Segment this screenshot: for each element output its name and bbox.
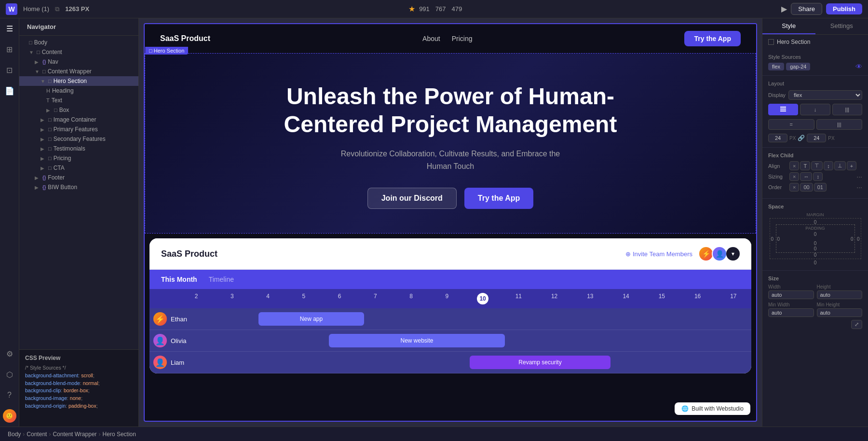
breadcrumb-content-wrapper[interactable]: Content Wrapper xyxy=(53,431,96,438)
min-width-input[interactable] xyxy=(768,308,814,317)
align-bot-btn[interactable]: ⊥ xyxy=(834,161,846,170)
play-button[interactable]: ▶ xyxy=(781,4,787,14)
arrow-icon: ▼ xyxy=(29,50,35,55)
margin-bottom-val[interactable]: 0 xyxy=(814,252,817,258)
share-button[interactable]: Share xyxy=(791,3,822,15)
pad-left[interactable]: 0 xyxy=(777,236,780,242)
tree-item-box[interactable]: ▶ □ Box xyxy=(19,105,138,115)
icon-components[interactable]: ⊞ xyxy=(4,43,14,56)
order-1-btn[interactable]: 01 xyxy=(814,183,827,192)
display-select[interactable]: flex block grid xyxy=(788,90,862,100)
nav-cta-button[interactable]: Try the App xyxy=(684,31,741,46)
ethan-task-bar: New app xyxy=(258,312,364,326)
link-icon[interactable]: 🔗 xyxy=(798,135,805,141)
margin-left-val[interactable]: 0 xyxy=(771,236,774,241)
order-x-btn[interactable]: × xyxy=(789,183,799,192)
tree-item-secondary-features[interactable]: ▶ □ Secondary Features xyxy=(19,134,138,144)
liam-task-bar: Revamp security xyxy=(470,356,610,369)
align-plus-btn[interactable]: + xyxy=(847,161,856,170)
topbar-home[interactable]: Home (1) xyxy=(23,5,49,13)
comp-icon: {} xyxy=(42,59,46,65)
center-pad-val[interactable]: 0 xyxy=(777,246,854,251)
align-x-btn[interactable]: × xyxy=(789,161,799,170)
gap-input-1[interactable] xyxy=(768,134,787,142)
tree-item-nav[interactable]: ▶ {} Nav xyxy=(19,57,138,67)
icon-assets[interactable]: ⊡ xyxy=(4,64,14,77)
tree-item-body[interactable]: □ Body xyxy=(19,38,138,47)
gap-tag[interactable]: gap-24 xyxy=(786,63,810,70)
align-center-btn[interactable]: ||| xyxy=(816,119,863,130)
topbar-center: ★ 991 767 479 xyxy=(95,4,775,14)
tab-this-month[interactable]: This Month xyxy=(161,276,197,283)
pad-right[interactable]: 0 xyxy=(851,236,854,242)
icon-plugins[interactable]: ⬡ xyxy=(4,368,15,381)
flex-wrap-btn[interactable]: ||| xyxy=(832,104,862,115)
icon-user-avatar[interactable]: 🙂 xyxy=(3,409,16,423)
tree-item-text[interactable]: T Text xyxy=(19,96,138,105)
day-9: 9 xyxy=(429,293,465,304)
sizing-v-btn[interactable]: ↕ xyxy=(813,172,823,181)
margin-right-val[interactable]: 0 xyxy=(857,236,860,241)
margin-bottom-ext[interactable]: 0 xyxy=(770,260,861,265)
tree-item-hero-section[interactable]: ▼ □ Hero Section xyxy=(19,76,138,86)
gap-row: PX 🔗 PX xyxy=(768,134,862,142)
nav-link-pricing[interactable]: Pricing xyxy=(452,35,473,42)
icon-navigator[interactable]: ☰ xyxy=(4,22,15,35)
expand-icon[interactable]: ⤢ xyxy=(851,320,862,329)
tree-item-pricing[interactable]: ▶ □ Pricing xyxy=(19,153,138,163)
built-with-webstudio[interactable]: 🌐 Built with Webstudio xyxy=(675,402,750,415)
align-start-btn[interactable]: = xyxy=(768,119,814,130)
align-t-btn[interactable]: T xyxy=(800,161,810,170)
order-0-btn[interactable]: 00 xyxy=(800,183,813,192)
icon-settings[interactable]: ⚙ xyxy=(4,347,15,360)
gap-input-2[interactable] xyxy=(807,134,826,142)
min-height-input[interactable] xyxy=(817,308,863,317)
tree-item-heading[interactable]: H Heading xyxy=(19,86,138,96)
breadcrumb-body[interactable]: Body xyxy=(8,431,21,438)
publish-button[interactable]: Publish xyxy=(826,3,862,14)
flex-tag[interactable]: flex xyxy=(768,63,784,70)
margin-top-val[interactable]: 0 xyxy=(814,220,817,225)
sizing-h-btn[interactable]: ↔ xyxy=(800,172,812,181)
height-input[interactable] xyxy=(817,290,863,299)
day-15: 15 xyxy=(644,293,679,304)
hero-section-checkbox[interactable] xyxy=(768,39,774,45)
order-buttons: × 00 01 xyxy=(789,183,854,192)
order-more-btn[interactable]: ··· xyxy=(856,183,862,191)
size-expand-btn[interactable]: ⤢ xyxy=(768,320,862,329)
tree-item-content-wrapper[interactable]: ▼ □ Content Wrapper xyxy=(19,67,138,76)
breadcrumb-content[interactable]: Content xyxy=(27,431,47,438)
flex-row-btn[interactable]: ↓ xyxy=(800,104,830,115)
invite-team-button[interactable]: ⊕ Invite Team Members xyxy=(625,250,692,258)
tree-item-biw-button[interactable]: ▶ {} BIW Button xyxy=(19,182,138,192)
tree-item-cta[interactable]: ▶ □ CTA xyxy=(19,163,138,173)
tree-item-testimonials[interactable]: ▶ □ Testimonials xyxy=(19,144,138,153)
pad-top[interactable]: 0 xyxy=(814,232,817,237)
flex-align-btns: = ||| xyxy=(768,119,862,130)
tab-settings[interactable]: Settings xyxy=(815,18,868,34)
day-8: 8 xyxy=(393,293,429,304)
pad-bottom[interactable]: 0 xyxy=(814,241,817,246)
tab-style[interactable]: Style xyxy=(762,18,815,34)
sizing-more-btn[interactable]: ··· xyxy=(856,173,862,180)
tree-item-content[interactable]: ▼ □ Content xyxy=(19,47,138,57)
flex-col-btn[interactable] xyxy=(768,104,798,115)
width-input[interactable] xyxy=(768,290,814,299)
icon-pages[interactable]: 📄 xyxy=(3,84,16,97)
topbar-copy-icon[interactable]: ⧉ xyxy=(55,5,59,13)
icon-help[interactable]: ? xyxy=(5,389,14,401)
tab-timeline[interactable]: Timeline xyxy=(209,276,234,283)
align-top-btn[interactable]: ⊤ xyxy=(811,161,823,170)
tree-item-footer[interactable]: ▶ {} Footer xyxy=(19,173,138,182)
nav-link-about[interactable]: About xyxy=(422,35,440,42)
avatar-dropdown-btn[interactable]: ▾ xyxy=(726,247,740,261)
align-mid-btn[interactable]: ↕ xyxy=(824,161,833,170)
try-app-button[interactable]: Try the App xyxy=(464,188,533,209)
arrow-icon: ▼ xyxy=(35,69,41,74)
breadcrumb-hero-section[interactable]: Hero Section xyxy=(103,431,136,438)
eye-icon[interactable]: 👁 xyxy=(855,63,862,70)
tree-item-image-container[interactable]: ▶ □ Image Container xyxy=(19,115,138,124)
join-discord-button[interactable]: Join our Discord xyxy=(367,188,457,209)
sizing-x-btn[interactable]: × xyxy=(789,172,799,181)
tree-item-primary-features[interactable]: ▶ □ Primary Features xyxy=(19,124,138,134)
